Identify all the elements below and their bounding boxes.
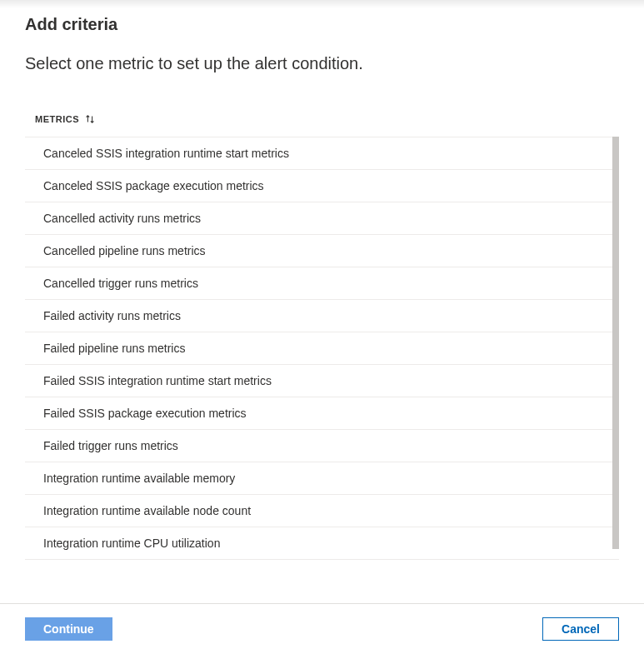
continue-button[interactable]: Continue <box>25 617 112 641</box>
metric-row[interactable]: Integration runtime available memory <box>25 462 619 495</box>
metrics-container: Canceled SSIS integration runtime start … <box>25 137 619 563</box>
metrics-column-header[interactable]: METRICS <box>25 113 102 137</box>
metric-row[interactable]: Cancelled trigger runs metrics <box>25 267 619 300</box>
metric-row[interactable]: Cancelled activity runs metrics <box>25 202 619 235</box>
metric-row[interactable]: Cancelled pipeline runs metrics <box>25 235 619 267</box>
dialog-title: Add criteria <box>25 15 619 34</box>
metric-row[interactable]: Failed SSIS integration runtime start me… <box>25 365 619 397</box>
metric-row[interactable]: Failed activity runs metrics <box>25 300 619 332</box>
add-criteria-panel: Add criteria Select one metric to set up… <box>0 0 644 563</box>
metric-row[interactable]: Canceled SSIS package execution metrics <box>25 170 619 202</box>
cancel-button[interactable]: Cancel <box>542 617 619 641</box>
metrics-column-label: METRICS <box>35 114 79 124</box>
metric-row[interactable]: Canceled SSIS integration runtime start … <box>25 137 619 170</box>
dialog-subtitle: Select one metric to set up the alert co… <box>25 54 619 73</box>
metric-row[interactable]: Integration runtime CPU utilization <box>25 527 619 560</box>
metrics-list[interactable]: Canceled SSIS integration runtime start … <box>25 137 619 563</box>
metric-row[interactable]: Failed trigger runs metrics <box>25 430 619 462</box>
metric-row[interactable]: Failed pipeline runs metrics <box>25 332 619 365</box>
metric-row[interactable]: Failed SSIS package execution metrics <box>25 397 619 430</box>
dialog-footer: Continue Cancel <box>0 603 644 654</box>
metric-row[interactable]: Integration runtime available node count <box>25 495 619 527</box>
sort-icon <box>84 113 96 125</box>
